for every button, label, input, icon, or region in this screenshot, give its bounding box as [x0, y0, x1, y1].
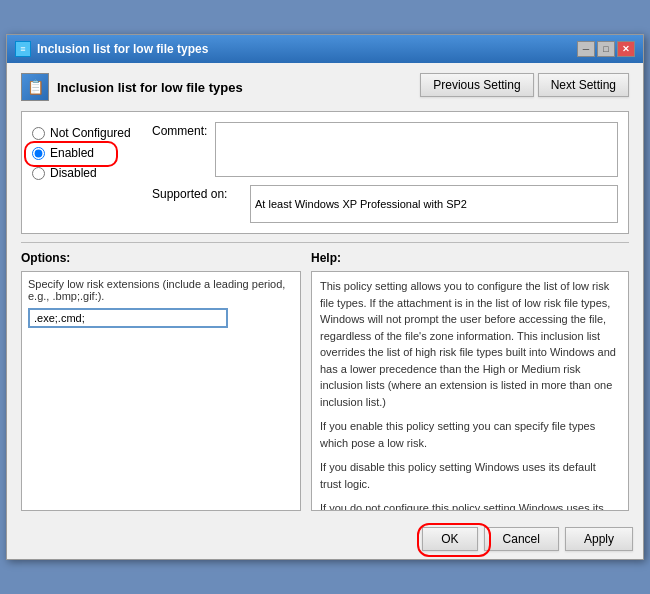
- cancel-button[interactable]: Cancel: [484, 527, 559, 551]
- footer: OK Cancel Apply: [7, 521, 643, 559]
- comment-row: Comment:: [152, 122, 618, 177]
- not-configured-radio[interactable]: [32, 127, 45, 140]
- close-button[interactable]: ✕: [617, 41, 635, 57]
- title-bar-left: ≡ Inclusion list for low file types: [15, 41, 208, 57]
- options-help-section: Options: Specify low risk extensions (in…: [21, 251, 629, 511]
- help-box: This policy setting allows you to config…: [311, 271, 629, 511]
- policy-title: Inclusion list for low file types: [57, 80, 243, 95]
- title-bar: ≡ Inclusion list for low file types ─ □ …: [7, 35, 643, 63]
- previous-setting-button[interactable]: Previous Setting: [420, 73, 533, 97]
- options-title: Options:: [21, 251, 301, 265]
- help-title: Help:: [311, 251, 629, 265]
- maximize-button[interactable]: □: [597, 41, 615, 57]
- radio-group: Not Configured Enabled Disabled: [32, 126, 152, 180]
- header-row: 📋 Inclusion list for low file types Prev…: [21, 73, 629, 101]
- options-box: Specify low risk extensions (include a l…: [21, 271, 301, 511]
- main-window: ≡ Inclusion list for low file types ─ □ …: [6, 34, 644, 560]
- radio-section: Not Configured Enabled Disabled: [32, 122, 152, 180]
- section-divider: [21, 242, 629, 243]
- main-body: Not Configured Enabled Disabled Comment:: [21, 111, 629, 234]
- minimize-button[interactable]: ─: [577, 41, 595, 57]
- policy-icon: 📋: [21, 73, 49, 101]
- supported-row: Supported on: At least Windows XP Profes…: [152, 185, 618, 223]
- title-controls: ─ □ ✕: [577, 41, 635, 57]
- next-setting-button[interactable]: Next Setting: [538, 73, 629, 97]
- right-section: Comment: Supported on: At least Windows …: [152, 122, 618, 223]
- help-panel: Help: This policy setting allows you to …: [311, 251, 629, 511]
- apply-button[interactable]: Apply: [565, 527, 633, 551]
- enabled-radio[interactable]: [32, 147, 45, 160]
- help-para-3: If you disable this policy setting Windo…: [320, 459, 620, 492]
- ok-button[interactable]: OK: [422, 527, 477, 551]
- enabled-label: Enabled: [50, 146, 94, 160]
- window-title: Inclusion list for low file types: [37, 42, 208, 56]
- help-para-1: This policy setting allows you to config…: [320, 278, 620, 410]
- supported-value: At least Windows XP Professional with SP…: [250, 185, 618, 223]
- content-area: 📋 Inclusion list for low file types Prev…: [7, 63, 643, 521]
- supported-label: Supported on:: [152, 187, 242, 201]
- disabled-option[interactable]: Disabled: [32, 166, 152, 180]
- enabled-option[interactable]: Enabled: [32, 146, 152, 160]
- nav-buttons: Previous Setting Next Setting: [420, 73, 629, 97]
- options-panel: Options: Specify low risk extensions (in…: [21, 251, 301, 511]
- extensions-input[interactable]: [28, 308, 228, 328]
- window-icon: ≡: [15, 41, 31, 57]
- not-configured-option[interactable]: Not Configured: [32, 126, 152, 140]
- disabled-radio[interactable]: [32, 167, 45, 180]
- comment-label: Comment:: [152, 124, 207, 177]
- help-para-2: If you enable this policy setting you ca…: [320, 418, 620, 451]
- policy-title-block: 📋 Inclusion list for low file types: [21, 73, 243, 101]
- help-para-4: If you do not configure this policy sett…: [320, 500, 620, 511]
- disabled-label: Disabled: [50, 166, 97, 180]
- options-description: Specify low risk extensions (include a l…: [28, 278, 294, 302]
- comment-textarea[interactable]: [215, 122, 618, 177]
- not-configured-label: Not Configured: [50, 126, 131, 140]
